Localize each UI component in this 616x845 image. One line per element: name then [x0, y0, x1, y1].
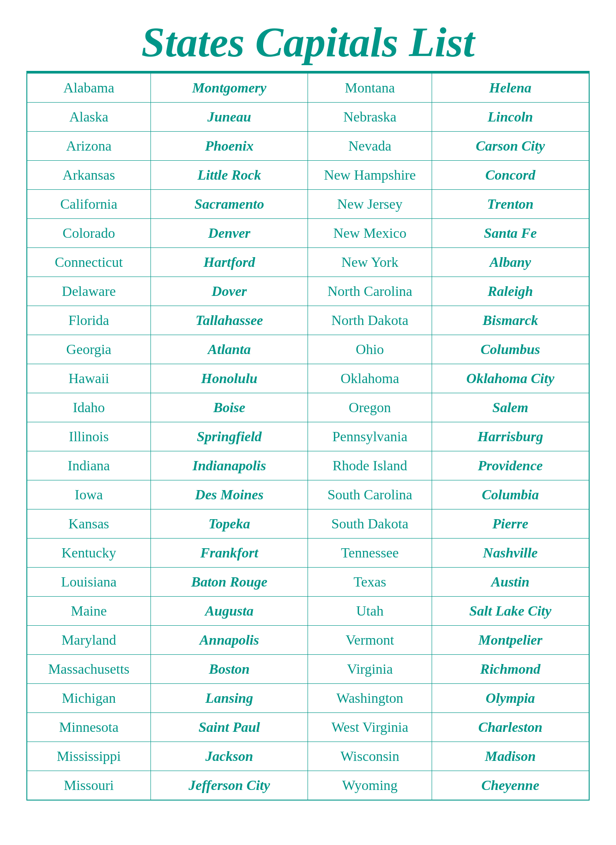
capital-name-left: Boston — [150, 655, 308, 684]
capital-name-left: Augusta — [150, 597, 308, 626]
capital-name-left: Frankfort — [150, 539, 308, 568]
table-row: IdahoBoiseOregonSalem — [27, 393, 589, 422]
capital-name-right: Carson City — [432, 132, 589, 161]
state-name-left: Florida — [27, 306, 150, 335]
capital-name-left: Atlanta — [150, 335, 308, 364]
capital-name-left: Montgomery — [150, 73, 308, 103]
capital-name-right: Lincoln — [432, 103, 589, 132]
state-name-left: Arizona — [27, 132, 150, 161]
state-name-right: New York — [308, 248, 432, 277]
state-name-left: Mississippi — [27, 742, 150, 771]
capital-name-left: Tallahassee — [150, 306, 308, 335]
state-name-left: Michigan — [27, 684, 150, 713]
state-name-right: New Jersey — [308, 190, 432, 219]
table-row: AlabamaMontgomeryMontanaHelena — [27, 73, 589, 103]
table-row: MaineAugustaUtahSalt Lake City — [27, 597, 589, 626]
table-row: CaliforniaSacramentoNew JerseyTrenton — [27, 190, 589, 219]
state-name-right: Wyoming — [308, 771, 432, 801]
capital-name-right: Harrisburg — [432, 422, 589, 451]
states-capitals-table: AlabamaMontgomeryMontanaHelenaAlaskaJune… — [26, 73, 590, 801]
state-name-right: Utah — [308, 597, 432, 626]
state-name-right: West Virginia — [308, 713, 432, 742]
state-name-right: North Dakota — [308, 306, 432, 335]
table-row: DelawareDoverNorth CarolinaRaleigh — [27, 277, 589, 306]
capital-name-left: Honolulu — [150, 364, 308, 393]
capital-name-right: Richmond — [432, 655, 589, 684]
state-name-right: Washington — [308, 684, 432, 713]
state-name-right: South Carolina — [308, 480, 432, 509]
capital-name-left: Baton Rouge — [150, 568, 308, 597]
capital-name-left: Juneau — [150, 103, 308, 132]
capital-name-left: Springfield — [150, 422, 308, 451]
state-name-right: South Dakota — [308, 509, 432, 539]
state-name-right: Nevada — [308, 132, 432, 161]
state-name-left: Arkansas — [27, 161, 150, 190]
state-name-right: Tennessee — [308, 539, 432, 568]
state-name-left: Maine — [27, 597, 150, 626]
table-row: ArkansasLittle RockNew HampshireConcord — [27, 161, 589, 190]
capital-name-right: Pierre — [432, 509, 589, 539]
state-name-right: Montana — [308, 73, 432, 103]
state-name-left: Louisiana — [27, 568, 150, 597]
capital-name-right: Salt Lake City — [432, 597, 589, 626]
capital-name-left: Denver — [150, 219, 308, 248]
capital-name-left: Jefferson City — [150, 771, 308, 801]
page-title: States Capitals List — [26, 18, 590, 66]
state-name-left: Iowa — [27, 480, 150, 509]
capital-name-right: Montpelier — [432, 626, 589, 655]
state-name-right: North Carolina — [308, 277, 432, 306]
capital-name-right: Columbia — [432, 480, 589, 509]
state-name-right: New Hampshire — [308, 161, 432, 190]
table-row: MinnesotaSaint PaulWest VirginiaCharlest… — [27, 713, 589, 742]
state-name-left: Illinois — [27, 422, 150, 451]
capital-name-left: Topeka — [150, 509, 308, 539]
state-name-right: Rhode Island — [308, 451, 432, 480]
state-name-right: Pennsylvania — [308, 422, 432, 451]
table-row: FloridaTallahasseeNorth DakotaBismarck — [27, 306, 589, 335]
capital-name-left: Hartford — [150, 248, 308, 277]
state-name-right: Oklahoma — [308, 364, 432, 393]
state-name-left: Delaware — [27, 277, 150, 306]
capital-name-right: Charleston — [432, 713, 589, 742]
table-row: ConnecticutHartfordNew YorkAlbany — [27, 248, 589, 277]
capital-name-left: Boise — [150, 393, 308, 422]
capital-name-right: Helena — [432, 73, 589, 103]
table-row: KansasTopekaSouth DakotaPierre — [27, 509, 589, 539]
state-name-right: Vermont — [308, 626, 432, 655]
state-name-right: Texas — [308, 568, 432, 597]
state-name-left: Alabama — [27, 73, 150, 103]
state-name-left: Massachusetts — [27, 655, 150, 684]
state-name-left: Kansas — [27, 509, 150, 539]
capital-name-right: Oklahoma City — [432, 364, 589, 393]
capital-name-left: Des Moines — [150, 480, 308, 509]
table-row: AlaskaJuneauNebraskaLincoln — [27, 103, 589, 132]
capital-name-right: Austin — [432, 568, 589, 597]
capital-name-right: Trenton — [432, 190, 589, 219]
table-row: IndianaIndianapolisRhode IslandProvidenc… — [27, 451, 589, 480]
table-row: LouisianaBaton RougeTexasAustin — [27, 568, 589, 597]
state-name-left: Minnesota — [27, 713, 150, 742]
capital-name-right: Providence — [432, 451, 589, 480]
state-name-left: Colorado — [27, 219, 150, 248]
table-row: MississippiJacksonWisconsinMadison — [27, 742, 589, 771]
state-name-right: New Mexico — [308, 219, 432, 248]
capital-name-right: Olympia — [432, 684, 589, 713]
capital-name-right: Bismarck — [432, 306, 589, 335]
capital-name-left: Phoenix — [150, 132, 308, 161]
capital-name-right: Santa Fe — [432, 219, 589, 248]
table-row: GeorgiaAtlantaOhioColumbus — [27, 335, 589, 364]
table-row: IllinoisSpringfieldPennsylvaniaHarrisbur… — [27, 422, 589, 451]
table-row: KentuckyFrankfortTennesseeNashville — [27, 539, 589, 568]
table-row: ColoradoDenverNew MexicoSanta Fe — [27, 219, 589, 248]
capital-name-right: Madison — [432, 742, 589, 771]
state-name-left: Connecticut — [27, 248, 150, 277]
table-row: MichiganLansingWashingtonOlympia — [27, 684, 589, 713]
table-row: MarylandAnnapolisVermontMontpelier — [27, 626, 589, 655]
state-name-left: Indiana — [27, 451, 150, 480]
capital-name-left: Dover — [150, 277, 308, 306]
capital-name-right: Cheyenne — [432, 771, 589, 801]
table-row: ArizonaPhoenixNevadaCarson City — [27, 132, 589, 161]
capital-name-right: Albany — [432, 248, 589, 277]
state-name-left: Idaho — [27, 393, 150, 422]
state-name-left: Hawaii — [27, 364, 150, 393]
